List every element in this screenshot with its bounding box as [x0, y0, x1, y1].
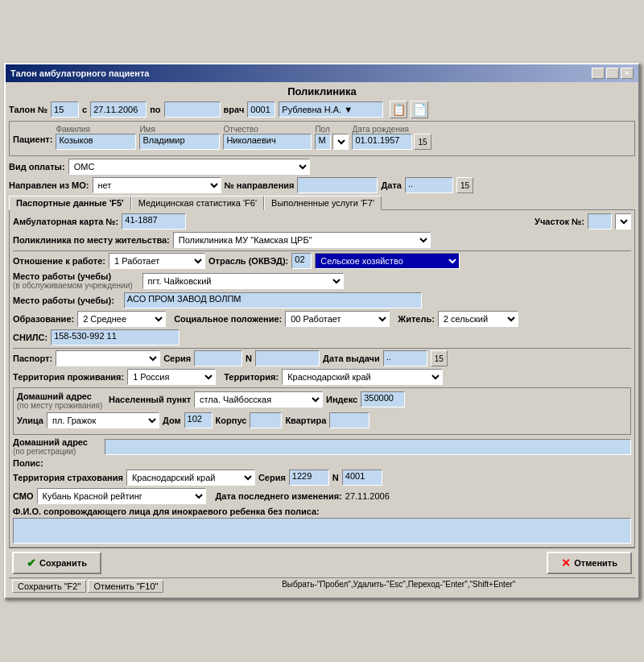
resident-select[interactable]: 2 сельский: [438, 311, 518, 327]
referral-select[interactable]: нет: [93, 177, 221, 193]
tab-services[interactable]: Выполненные услуги 'F7': [264, 196, 382, 210]
status-hint: Выбрать-"Пробел",Удалить-"Esc",Переход-"…: [165, 580, 632, 593]
work-relation-row: Отношение к работе: 1 Работает Отрасль (…: [13, 253, 631, 269]
flat-field[interactable]: [329, 412, 369, 428]
corpus-label: Корпус: [216, 416, 247, 425]
passport-date-field[interactable]: ..: [383, 350, 427, 366]
territory-select[interactable]: 1 Россия: [127, 369, 216, 385]
workplace-label: Место работы (учебы): [13, 271, 133, 281]
smo-row: СМО Кубань Красной рейтинг Дата последне…: [13, 488, 631, 504]
education-row: Образование: 2 Среднее Социальное положе…: [13, 311, 631, 327]
referral-number-label: № направления: [225, 180, 295, 190]
payment-select[interactable]: ОМС: [68, 159, 310, 175]
info-icon-button[interactable]: 📄: [411, 101, 428, 118]
cancel-f10-button[interactable]: Отменить "F10": [88, 580, 163, 593]
index-field[interactable]: 350000: [361, 391, 405, 408]
to-label: по: [150, 105, 160, 114]
talon-number-field[interactable]: 15: [51, 101, 79, 118]
policy-section: Полис: Территория страхования Краснодарс…: [13, 458, 631, 504]
dob-label: Дата рождения: [352, 125, 431, 134]
polyclinic-select[interactable]: Поликлиника МУ "Камская ЦРБ": [173, 232, 431, 248]
policy-series-field[interactable]: 1229: [289, 470, 329, 486]
branch-code-field[interactable]: 02: [291, 253, 312, 269]
education-select[interactable]: 2 Среднее: [77, 311, 166, 327]
snils-label: СНИЛС:: [13, 333, 47, 342]
last-change-value: 27.11.2006: [345, 491, 390, 501]
tab-statistics[interactable]: Медицинская статистика 'F6': [131, 196, 264, 210]
referral-calendar-button[interactable]: 15: [456, 177, 473, 193]
surname-field[interactable]: Козыков: [56, 134, 136, 150]
passport-series-label: Серия: [163, 354, 191, 363]
accompany-field[interactable]: [13, 518, 631, 544]
doctor-name-field[interactable]: Рублевна Н.А. ▼: [279, 101, 383, 118]
referral-date-field[interactable]: ..: [405, 177, 453, 193]
accompany-label: Ф.И.О. сопровождающего лица для инокраев…: [13, 507, 320, 516]
uchastok-select[interactable]: [615, 213, 631, 230]
resident-label: Житель:: [398, 314, 435, 324]
close-button[interactable]: ✕: [621, 68, 634, 79]
workplace-full-label: Место работы (учебы):: [13, 296, 114, 305]
patient-row: Пациент: Фамилия Козыков Имя Владимир От…: [13, 125, 631, 150]
branch-label: Отрасль (ОКВЭД):: [208, 256, 288, 266]
workplace-select[interactable]: пгт. Чайковский: [142, 273, 344, 289]
passport-n-field[interactable]: [255, 350, 320, 366]
name-field[interactable]: Владимир: [139, 134, 220, 150]
x-icon: ✕: [561, 556, 571, 569]
corpus-field[interactable]: [250, 412, 282, 428]
maximize-button[interactable]: □: [606, 68, 619, 79]
passport-calendar-button[interactable]: 15: [431, 350, 448, 366]
polyclinic-row: Поликлиника по месту жительства: Поликли…: [13, 232, 631, 248]
cancel-button[interactable]: ✕ Отменить: [547, 552, 632, 574]
locality-label: Населенный пункт: [109, 395, 191, 404]
uchastok-field[interactable]: [588, 213, 612, 230]
locality-select[interactable]: стла. Чайбосская: [194, 391, 323, 408]
reg-address-row: Домашний адрес (по регистрации): [13, 437, 631, 456]
address-section: Домашний адрес (по месту проживания) Нас…: [13, 387, 631, 435]
copy-icon-button[interactable]: 📋: [390, 101, 407, 118]
work-relation-select[interactable]: 1 Работает: [109, 253, 205, 269]
reg-address-field[interactable]: [105, 439, 631, 455]
passport-series-field[interactable]: [194, 350, 242, 366]
last-change-label: Дата последнего изменения:: [216, 491, 342, 501]
referral-number-field[interactable]: [297, 177, 378, 193]
workplace-full-field[interactable]: АСО ПРОМ ЗАВОД ВОЛПМ: [124, 292, 422, 308]
polyclinic-label: Поликлиника по месту жительства:: [13, 235, 170, 245]
house-field[interactable]: 102: [184, 412, 213, 428]
branch-select[interactable]: Сельское хозяйство: [315, 253, 460, 269]
tabs-container: Паспортные данные 'F5' Медицинская стати…: [9, 196, 635, 209]
street-row: Улица пл. Гражок Дом 102 Корпус Квартира: [17, 412, 627, 428]
smo-select[interactable]: Кубань Красной рейтинг: [37, 488, 206, 504]
territory-name-select[interactable]: Краснодарский край: [282, 369, 443, 385]
from-label: с: [82, 105, 87, 114]
index-label: Индекс: [326, 395, 357, 404]
dob-calendar-button[interactable]: 15: [414, 134, 431, 150]
amb-card-field[interactable]: 41-1887: [122, 213, 186, 230]
snils-field[interactable]: 158-530-992 11: [51, 329, 180, 345]
street-select[interactable]: пл. Гражок: [47, 412, 159, 428]
divider1: [13, 250, 631, 251]
dob-field[interactable]: 01.01.1957: [352, 134, 412, 150]
doctor-code-field[interactable]: 0001: [247, 101, 275, 118]
passport-doc-label: Паспорт:: [13, 354, 52, 363]
save-button[interactable]: ✔ Сохранить: [12, 552, 101, 574]
window-controls: _ □ ✕: [592, 68, 634, 79]
save-f2-button[interactable]: Сохранить "F2": [12, 580, 86, 593]
patient-section: Пациент: Фамилия Козыков Имя Владимир От…: [9, 121, 635, 156]
amb-card-label: Амбулаторная карта №:: [13, 217, 118, 226]
social-select[interactable]: 00 Работает: [285, 311, 390, 327]
gender-select[interactable]: М Ж: [332, 134, 349, 150]
to-date-field[interactable]: [164, 101, 221, 118]
passport-type-select[interactable]: [56, 350, 160, 366]
address-sub-label: (по месту проживания): [17, 401, 105, 410]
patronymic-field[interactable]: Николаевич: [223, 134, 312, 150]
passport-row: Паспорт: Серия N Дата выдачи .. 15: [13, 350, 631, 366]
house-label: Дом: [163, 416, 181, 425]
from-date-field[interactable]: 27.11.2006: [90, 101, 147, 118]
workplace-full-row: Место работы (учебы): АСО ПРОМ ЗАВОД ВОЛ…: [13, 292, 631, 308]
minimize-button[interactable]: _: [592, 68, 605, 79]
social-label: Социальное положение:: [174, 314, 282, 324]
insurance-territory-select[interactable]: Краснодарский край: [126, 470, 255, 486]
policy-n-field[interactable]: 4001: [342, 470, 382, 486]
tab-content: Амбулаторная карта №: 41-1887 Участок №:…: [9, 209, 635, 548]
tab-passport[interactable]: Паспортные данные 'F5': [9, 196, 131, 210]
